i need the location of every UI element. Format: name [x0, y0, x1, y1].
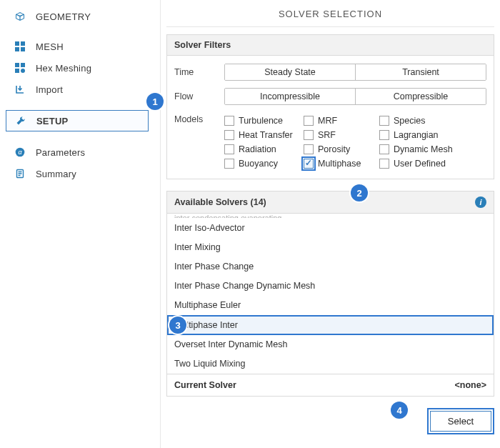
- solver-row[interactable]: Overset Inter Dynamic Mesh: [167, 335, 494, 354]
- callout-1: 1: [146, 93, 164, 110]
- checkbox-input[interactable]: [304, 116, 314, 126]
- select-button[interactable]: Select: [430, 411, 491, 432]
- document-icon: [13, 168, 27, 179]
- model-checkbox-heat-transfer[interactable]: Heat Transfer: [224, 130, 299, 140]
- solver-row[interactable]: Two Liquid Mixing: [167, 354, 494, 374]
- sidebar-item-label: Hex Meshing: [36, 63, 91, 74]
- callout-4: 4: [391, 402, 408, 419]
- checkbox-input[interactable]: [379, 116, 389, 126]
- import-icon: [13, 84, 27, 95]
- checkbox-label: MRF: [318, 116, 337, 126]
- solver-row[interactable]: Multiphase Euler: [167, 296, 494, 315]
- checkbox-label: Multiphase: [318, 159, 361, 169]
- page-title: SOLVER SELECTION: [166, 0, 494, 26]
- cube-icon: [13, 11, 27, 22]
- model-checkbox-dynamic-mesh[interactable]: Dynamic Mesh: [379, 144, 458, 154]
- sidebar-item-label: Import: [36, 84, 63, 95]
- model-checkbox-srf[interactable]: SRF: [304, 130, 375, 140]
- time-option-transient[interactable]: Transient: [356, 64, 486, 80]
- model-checkbox-mrf[interactable]: MRF: [304, 116, 375, 126]
- sidebar-item-label: SETUP: [36, 116, 68, 126]
- sidebar-item-label: Parameters: [36, 147, 85, 158]
- model-checkbox-turbulence[interactable]: Turbulence: [224, 116, 299, 126]
- flow-segmented: Incompressible Compressible: [224, 88, 486, 105]
- svg-rect-6: [15, 69, 19, 73]
- checkbox-input[interactable]: [224, 144, 234, 154]
- checkbox-label: Species: [394, 116, 425, 126]
- svg-rect-4: [15, 63, 19, 67]
- filter-label-flow: Flow: [174, 91, 224, 101]
- sidebar-item-mesh[interactable]: MESH: [0, 36, 160, 57]
- model-checkbox-lagrangian[interactable]: Lagrangian: [379, 130, 458, 140]
- checkbox-input[interactable]: [379, 130, 389, 140]
- checkbox-label: User Defined: [394, 159, 446, 169]
- model-checkbox-porosity[interactable]: Porosity: [304, 144, 375, 154]
- solver-row[interactable]: Inter Phase Change: [167, 257, 494, 277]
- time-segmented: Steady State Transient: [224, 64, 486, 81]
- sidebar-item-geometry[interactable]: GEOMETRY: [0, 6, 160, 27]
- checkbox-input[interactable]: [304, 144, 314, 154]
- grid-dot-icon: [13, 62, 27, 74]
- checkbox-label: Heat Transfer: [239, 130, 293, 140]
- model-checkbox-buoyancy[interactable]: Buoyancy: [224, 159, 299, 169]
- main-panel: SOLVER SELECTION Solver Filters Time Ste…: [161, 0, 500, 448]
- flow-option-incompressible[interactable]: Incompressible: [225, 89, 356, 104]
- model-checkbox-radiation[interactable]: Radiation: [224, 144, 299, 154]
- info-icon[interactable]: i: [475, 196, 486, 208]
- checkbox-input[interactable]: [224, 130, 234, 140]
- flow-option-compressible[interactable]: Compressible: [356, 89, 486, 104]
- current-solver-label: Current Solver: [174, 380, 236, 390]
- solver-row[interactable]: Inter Mixing: [167, 238, 494, 257]
- checkbox-input[interactable]: [379, 159, 389, 169]
- callout-3: 3: [169, 317, 186, 334]
- current-solver-value: <none>: [455, 380, 486, 390]
- solver-filters-header: Solver Filters: [167, 35, 494, 56]
- svg-rect-1: [21, 41, 25, 46]
- divider: [166, 26, 494, 27]
- alpha-icon: α: [13, 146, 27, 158]
- model-checkbox-multiphase[interactable]: Multiphase: [304, 159, 375, 169]
- sidebar-item-hex-meshing[interactable]: Hex Meshing: [0, 57, 160, 79]
- checkbox-input[interactable]: [379, 144, 389, 154]
- solver-row[interactable]: Inter Phase Change Dynamic Mesh: [167, 277, 494, 296]
- checkbox-input[interactable]: [224, 116, 234, 126]
- checkbox-input[interactable]: [224, 159, 234, 169]
- solver-row-overflow: inter condensating evaporating: [167, 214, 494, 219]
- available-solvers-header: Available Solvers (14) i: [167, 191, 494, 214]
- svg-rect-5: [21, 63, 25, 67]
- sidebar-item-summary[interactable]: Summary: [0, 163, 160, 184]
- sidebar-item-label: MESH: [36, 41, 64, 52]
- filter-row-models: Models TurbulenceMRFSpeciesHeat Transfer…: [174, 109, 486, 169]
- filter-row-flow: Flow Incompressible Compressible: [174, 84, 486, 109]
- sidebar-item-setup[interactable]: SETUP: [6, 110, 149, 131]
- callout-2: 2: [351, 184, 368, 201]
- checkbox-input[interactable]: [304, 130, 314, 140]
- model-checkbox-species[interactable]: Species: [379, 116, 458, 126]
- checkbox-label: Buoyancy: [239, 159, 278, 169]
- grid-icon: [13, 41, 27, 52]
- filter-label-time: Time: [174, 67, 224, 77]
- sidebar-item-parameters[interactable]: α Parameters: [0, 141, 160, 163]
- checkbox-label: Porosity: [318, 144, 350, 154]
- checkbox-label: Turbulence: [239, 116, 283, 126]
- svg-rect-0: [15, 41, 19, 46]
- time-option-steady[interactable]: Steady State: [225, 64, 356, 80]
- solver-list: inter condensating evaporating Inter Iso…: [167, 214, 494, 374]
- available-solvers-title: Available Solvers (14): [174, 197, 266, 207]
- checkbox-label: Lagrangian: [394, 130, 439, 140]
- filter-label-models: Models: [174, 113, 224, 124]
- wrench-icon: [14, 115, 28, 126]
- sidebar-item-import[interactable]: Import: [0, 79, 160, 100]
- current-solver-row: Current Solver <none>: [167, 374, 494, 396]
- sidebar-item-label: GEOMETRY: [36, 11, 91, 22]
- sidebar-item-label: Summary: [36, 169, 76, 179]
- svg-rect-2: [15, 47, 19, 51]
- model-checkbox-user-defined[interactable]: User Defined: [379, 159, 458, 169]
- solver-row[interactable]: Multiphase Inter: [167, 315, 494, 335]
- checkbox-label: Dynamic Mesh: [394, 144, 453, 154]
- checkbox-input[interactable]: [304, 159, 314, 169]
- checkbox-label: Radiation: [239, 144, 276, 154]
- models-grid: TurbulenceMRFSpeciesHeat TransferSRFLagr…: [224, 113, 458, 169]
- solver-row[interactable]: Inter Iso-Advector: [167, 219, 494, 238]
- svg-text:α: α: [18, 149, 22, 156]
